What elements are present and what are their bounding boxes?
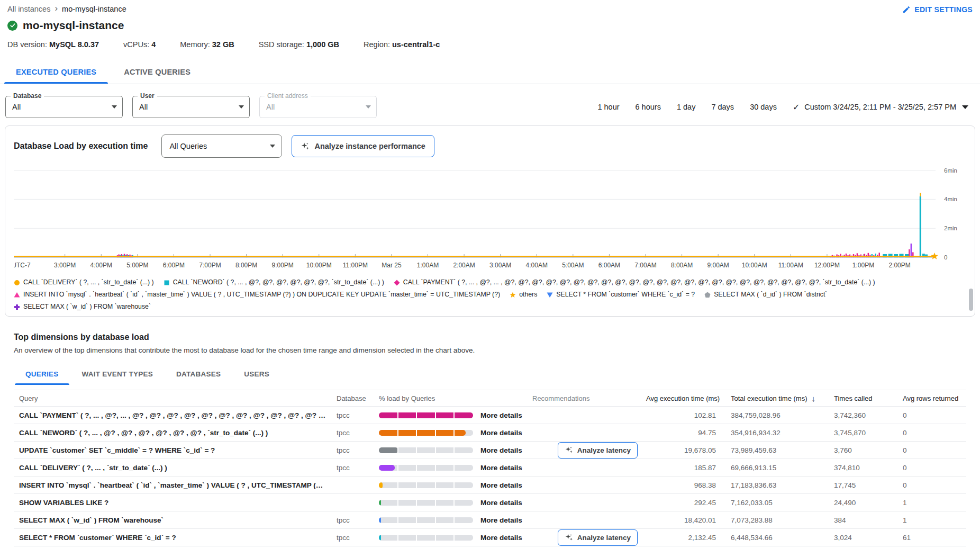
custom-time-range[interactable]: ✓ Custom 3/24/25, 2:11 PM - 3/25/25, 2:5… bbox=[793, 102, 968, 112]
legend-scrollbar[interactable] bbox=[969, 289, 973, 311]
pentagon-marker-icon bbox=[704, 292, 711, 298]
svg-text:11:00AM: 11:00AM bbox=[778, 262, 803, 269]
database-load-chart[interactable]: 6min4min2min0UTC-73:00PM4:00PM5:00PM6:00… bbox=[14, 168, 966, 276]
legend-item[interactable]: SELECT MAX ( `w_id` ) FROM `warehouse` bbox=[14, 302, 151, 312]
meta-region: Region: us-central1-c bbox=[364, 40, 440, 49]
table-row: SELECT * FROM `customer` WHERE `c_id` = … bbox=[14, 529, 966, 546]
tab-executed-queries[interactable]: EXECUTED QUERIES bbox=[2, 60, 110, 84]
load-dimension-value: All Queries bbox=[169, 142, 207, 150]
analyze-instance-performance-button[interactable]: Analyze instance performance bbox=[292, 135, 434, 157]
total-execution-time: 384,759,028.96 bbox=[725, 410, 829, 420]
svg-text:8:00AM: 8:00AM bbox=[671, 262, 693, 269]
query-text[interactable]: CALL `PAYMENT` ( ?, ... , @?, ... , @? ,… bbox=[14, 410, 331, 420]
breadcrumb-all-instances[interactable]: All instances bbox=[7, 5, 50, 13]
legend-label: CALL `PAYMENT` ( ?, ... , @?, ... , @?, … bbox=[403, 277, 875, 288]
meta-vcpus: vCPUs: 4 bbox=[123, 40, 156, 49]
more-details-link[interactable]: More details bbox=[480, 534, 522, 542]
time-range-1-day[interactable]: 1 day bbox=[677, 103, 695, 111]
table-row: SHOW VARIABLES LIKE ?More details292.457… bbox=[14, 494, 966, 511]
diamond-marker-icon bbox=[394, 280, 400, 286]
more-details-link[interactable]: More details bbox=[480, 411, 522, 419]
load-cell: More details bbox=[374, 534, 527, 542]
legend-item[interactable]: CALL `PAYMENT` ( ?, ... , @?, ... , @?, … bbox=[394, 277, 875, 288]
svg-text:7:00AM: 7:00AM bbox=[634, 262, 656, 269]
svg-text:4:00PM: 4:00PM bbox=[90, 262, 112, 269]
database-filter-select[interactable]: Database All bbox=[5, 96, 123, 118]
tab-active-queries[interactable]: ACTIVE QUERIES bbox=[110, 60, 204, 84]
load-bar bbox=[379, 465, 473, 471]
more-details-link[interactable]: More details bbox=[480, 429, 522, 437]
meta-db-version: DB version: MySQL 8.0.37 bbox=[7, 40, 99, 49]
legend-item[interactable]: SELECT * FROM `customer` WHERE `c_id` = … bbox=[547, 290, 695, 300]
legend-label: SELECT MAX ( `w_id` ) FROM `warehouse` bbox=[23, 302, 151, 312]
column-header[interactable]: Avg execution time (ms) bbox=[641, 393, 725, 403]
custom-range-label: Custom 3/24/25, 2:11 PM - 3/25/25, 2:57 … bbox=[804, 103, 956, 111]
legend-item[interactable]: INSERT INTO `mysql` . `heartbeat` ( `id`… bbox=[14, 290, 500, 300]
top-bar: All instances › mo-mysql-instance EDIT S… bbox=[0, 0, 980, 14]
star-marker-icon bbox=[510, 292, 516, 298]
more-details-link[interactable]: More details bbox=[480, 446, 522, 454]
load-cell: More details bbox=[374, 446, 527, 454]
legend-item[interactable]: SELECT MAX ( `d_id` ) FROM `district` bbox=[704, 290, 827, 300]
column-header[interactable]: Avg rows returned bbox=[897, 393, 966, 403]
time-range-6-hours[interactable]: 6 hours bbox=[636, 103, 661, 111]
times-called: 3,024 bbox=[829, 533, 897, 543]
avg-rows-returned: 0 bbox=[897, 428, 966, 438]
query-text[interactable]: INSERT INTO `mysql` . `heartbeat` ( `id`… bbox=[14, 480, 331, 490]
chevron-down-icon bbox=[112, 105, 117, 109]
chevron-down-icon bbox=[270, 145, 275, 148]
legend-item[interactable]: others bbox=[510, 290, 537, 300]
tab-databases[interactable]: DATABASES bbox=[165, 364, 232, 384]
time-range-1-hour[interactable]: 1 hour bbox=[597, 103, 619, 111]
chevron-right-icon: › bbox=[55, 4, 58, 13]
query-text[interactable]: SELECT * FROM `customer` WHERE `c_id` = … bbox=[14, 533, 331, 543]
legend-item[interactable]: CALL `NEWORD` ( ?, ... , @?, @?, @?, @?,… bbox=[164, 277, 384, 288]
column-header[interactable]: Times called bbox=[829, 393, 897, 403]
avg-execution-time: 102.81 bbox=[641, 410, 725, 420]
edit-settings-button[interactable]: EDIT SETTINGS bbox=[902, 4, 973, 14]
query-text[interactable]: SHOW VARIABLES LIKE ? bbox=[14, 498, 331, 508]
gemini-sparkle-icon bbox=[301, 142, 310, 151]
avg-execution-time: 185.87 bbox=[641, 463, 725, 473]
analyze-latency-button[interactable]: Analyze latency bbox=[558, 442, 638, 459]
legend-label: CALL `DELIVERY` ( ?, ... , `str_to_date`… bbox=[23, 277, 154, 288]
time-range-30-days[interactable]: 30 days bbox=[750, 103, 777, 111]
more-details-link[interactable]: More details bbox=[480, 464, 522, 472]
times-called: 374,810 bbox=[829, 463, 897, 473]
top-dimensions-section: Top dimensions by database load An overv… bbox=[0, 317, 980, 548]
analyze-latency-button[interactable]: Analyze latency bbox=[558, 529, 638, 546]
client-address-filter-label: Client address bbox=[265, 92, 311, 100]
avg-rows-returned: 1 bbox=[897, 515, 966, 525]
tab-users[interactable]: USERS bbox=[232, 364, 281, 384]
legend-label: INSERT INTO `mysql` . `heartbeat` ( `id`… bbox=[23, 290, 500, 300]
recommendation-cell: Analyze latency bbox=[527, 442, 641, 459]
sort-descending-icon[interactable]: ↓ bbox=[812, 394, 816, 403]
tab-wait-event-types[interactable]: WAIT EVENT TYPES bbox=[70, 364, 165, 384]
square-marker-icon bbox=[164, 280, 170, 286]
svg-text:9:00PM: 9:00PM bbox=[271, 262, 293, 269]
more-details-link[interactable]: More details bbox=[480, 481, 522, 489]
query-text[interactable]: SELECT MAX ( `w_id` ) FROM `warehouse` bbox=[14, 515, 331, 525]
database-name: tpcc bbox=[331, 515, 374, 525]
column-header[interactable]: Total execution time (ms)↓ bbox=[725, 393, 829, 404]
legend-item[interactable]: CALL `DELIVERY` ( ?, ... , `str_to_date`… bbox=[14, 277, 154, 288]
database-name bbox=[331, 484, 374, 486]
more-details-link[interactable]: More details bbox=[480, 499, 522, 507]
time-range-7-days[interactable]: 7 days bbox=[711, 103, 734, 111]
load-chart-title: Database Load by execution time bbox=[14, 141, 148, 151]
more-details-link[interactable]: More details bbox=[480, 516, 522, 524]
user-filter-select[interactable]: User All bbox=[132, 96, 250, 118]
svg-text:2:00PM: 2:00PM bbox=[888, 262, 910, 269]
load-chart-canvas[interactable]: 6min4min2min0UTC-73:00PM4:00PM5:00PM6:00… bbox=[14, 168, 966, 274]
svg-text:8:00PM: 8:00PM bbox=[235, 262, 257, 269]
table-row: CALL `DELIVERY` ( ?, ... , `str_to_date`… bbox=[14, 459, 966, 477]
query-text[interactable]: CALL `NEWORD` ( ?, ... , @? , @? , @? , … bbox=[14, 428, 331, 438]
svg-text:4:00AM: 4:00AM bbox=[526, 262, 548, 269]
analyze-instance-performance-label: Analyze instance performance bbox=[314, 142, 425, 150]
query-text[interactable]: CALL `DELIVERY` ( ?, ... , `str_to_date`… bbox=[14, 463, 331, 473]
database-name: tpcc bbox=[331, 533, 374, 543]
tab-queries[interactable]: QUERIES bbox=[14, 364, 70, 384]
client-address-filter-value: All bbox=[266, 103, 275, 111]
load-dimension-select[interactable]: All Queries bbox=[161, 134, 282, 158]
query-text[interactable]: UPDATE `customer` SET `c_middle` = ? WHE… bbox=[14, 445, 331, 455]
